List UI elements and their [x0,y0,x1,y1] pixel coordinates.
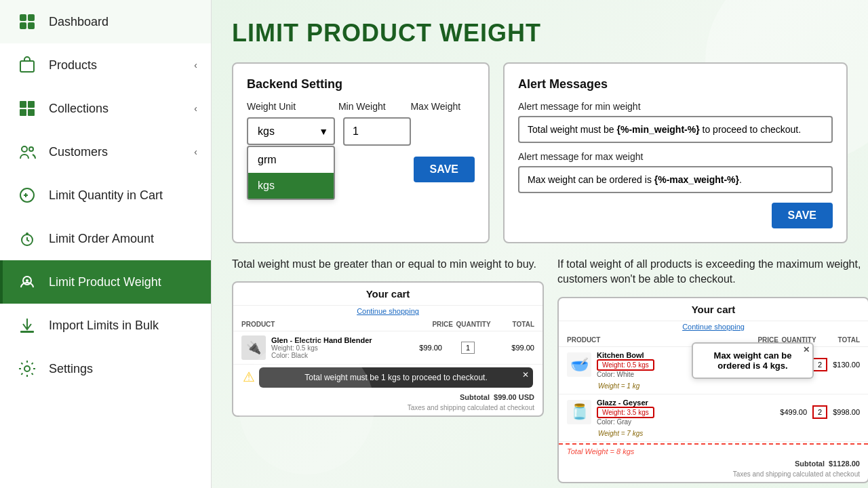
sidebar-item-limit-quantity[interactable]: Limit Quantity in Cart [0,174,211,217]
weight-unit-select[interactable]: grm kgs [247,117,335,145]
right-cart-preview: Your cart Continue shopping PRODUCT PRIC… [557,297,868,483]
right-cart-item1-weight-badge: Weight: 0.5 kgs [597,359,654,371]
min-weight-input[interactable] [343,117,411,146]
sidebar-item-products[interactable]: Products ‹ [0,43,211,87]
min-weight-label: Min Weight [338,101,403,112]
sidebar-item-label: Limit Product Weight [49,275,161,289]
sidebar-item-import[interactable]: Import Limits in Bulk [0,304,211,347]
min-alert-input[interactable]: Total weight must be {%-min_weight-%} to… [518,116,833,143]
svg-rect-3 [28,22,35,29]
sidebar: Dashboard Products ‹ Collections ‹ [0,0,212,488]
sidebar-item-collections[interactable]: Collections ‹ [0,87,211,130]
right-cart-continue-link[interactable]: Continue shopping [559,321,868,333]
left-cart-subtotal: Subtotal $99.00 USD [233,390,542,404]
svg-rect-6 [28,101,35,108]
svg-rect-8 [28,109,35,116]
left-cart-continue-link[interactable]: Continue shopping [233,306,542,318]
right-cart-item2-name: Glazz - Geyser [597,399,774,407]
limit-quantity-icon [16,184,38,206]
sidebar-item-label: Dashboard [49,15,108,29]
right-cart-item1-qty[interactable]: 2 [812,358,827,371]
col-product-header: PRODUCT [241,321,406,328]
max-weight-placeholder: {%-max_weight-%} [654,174,739,185]
settings-icon [16,358,38,380]
backend-save-button[interactable]: SAVE [414,157,475,182]
right-cart-item1-image: 🥣 [567,352,591,377]
left-cart-item-price: $99.00 [395,344,442,352]
sidebar-item-dashboard[interactable]: Dashboard [0,0,211,43]
sidebar-item-label: Collections [49,102,108,116]
svg-point-15 [26,279,28,282]
products-icon [16,54,38,76]
sidebar-item-label: Settings [49,362,93,376]
left-cart-title: Your cart [233,283,542,306]
left-description: Total weight must be greater than or equ… [232,257,544,272]
left-cart-preview: Your cart Continue shopping PRODUCT PRIC… [232,281,544,417]
left-warning-close-btn[interactable]: ✕ [522,370,529,380]
max-alert-input[interactable]: Max weight can be ordered is {%-max_weig… [518,166,833,193]
sidebar-item-label: Customers [49,145,108,159]
right-cart-item2-weight-badge: Weight: 3.5 kgs [597,407,654,418]
col-qty-header: QUANTITY [453,321,494,328]
sidebar-item-customers[interactable]: Customers ‹ [0,130,211,174]
left-cart-warning: ✕ Total weight must be 1 kgs to proceed … [259,367,533,388]
chevron-icon: ‹ [194,60,197,70]
left-warning-icon: ⚠ [243,369,255,385]
sidebar-item-settings[interactable]: Settings [0,347,211,390]
left-cart-taxes: Taxes and shipping calculated at checkou… [233,404,542,415]
right-cart-item2-row: 🫙 Glazz - Geyser Weight: 3.5 kgs Color: … [559,394,868,442]
left-cart-item-qty: 1 [448,342,488,354]
svg-rect-1 [28,14,35,21]
right-cart-item2-info: Glazz - Geyser Weight: 3.5 kgs Color: Gr… [597,399,774,426]
customers-icon [16,141,38,163]
chevron-icon: ‹ [194,103,197,114]
dropdown-option-kgs[interactable]: kgs [248,173,334,199]
right-weight2-note: Weight = 7 kgs [567,430,643,437]
svg-point-13 [26,232,28,235]
sidebar-item-label: Limit Order Amount [49,232,154,246]
dropdown-option-grm[interactable]: grm [248,147,334,173]
left-cart-item-info: Glen - Electric Hand Blender Weight: 0.5… [271,336,389,359]
right-cart-item2-qty[interactable]: 2 [812,405,827,419]
right-weight1-note: Weight = 1 kg [567,382,639,390]
limit-order-icon [16,228,38,249]
right-cart-taxes: Taxes and shipping calculated at checkou… [559,470,868,482]
left-cart-item-name: Glen - Electric Hand Blender [271,336,389,344]
sidebar-item-label: Products [49,58,97,73]
alert-save-button[interactable]: SAVE [772,203,833,228]
right-cart-item2-image: 🫙 [567,400,591,424]
svg-rect-0 [20,14,26,21]
col-total-header: TOTAL [494,321,534,328]
svg-point-9 [22,146,27,152]
max-weight-label: Max Weight [410,101,475,112]
right-cart-item2-total: $998.00 [833,408,860,416]
backend-setting-card: Backend Setting Weight Unit Min Weight M… [232,62,490,243]
svg-point-17 [24,366,30,371]
svg-rect-2 [20,22,26,29]
right-col: If total weight of all products is excee… [557,257,868,483]
page-title: LIMIT PRODUCT WEIGHT [232,19,848,47]
max-alert-label: Alert message for max weight [518,151,833,162]
chevron-icon: ‹ [194,146,197,157]
col-total-header2: TOTAL [819,336,860,344]
sidebar-item-limit-weight[interactable]: Limit Product Weight [0,260,211,304]
dashed-separator [559,443,868,445]
backend-card-title: Backend Setting [247,77,475,92]
collections-icon [16,98,38,119]
max-popup-close-btn[interactable]: ✕ [803,345,810,354]
right-cart-subtotal: Subtotal $1128.00 [559,457,868,470]
svg-point-10 [29,147,33,151]
svg-rect-5 [20,101,26,108]
sidebar-item-limit-order[interactable]: Limit Order Amount [0,217,211,260]
left-cart-item-color: Color: Black [271,352,389,359]
left-qty-box[interactable]: 1 [461,342,475,354]
total-weight-row: Total Weight = 8 kgs [559,446,868,457]
svg-rect-7 [20,109,26,116]
min-alert-label: Alert message for min weight [518,101,833,112]
max-weight-popup: ✕ Max weight can be ordered is 4 kgs. [692,342,814,379]
backend-labels: Weight Unit Min Weight Max Weight [247,101,475,112]
left-cart-headers: PRODUCT PRICE QUANTITY TOTAL [233,318,542,331]
col-price-header: PRICE [406,321,453,328]
right-cart-item2-price: $499.00 [780,408,807,416]
right-cart-item1-total: $130.00 [833,361,860,369]
